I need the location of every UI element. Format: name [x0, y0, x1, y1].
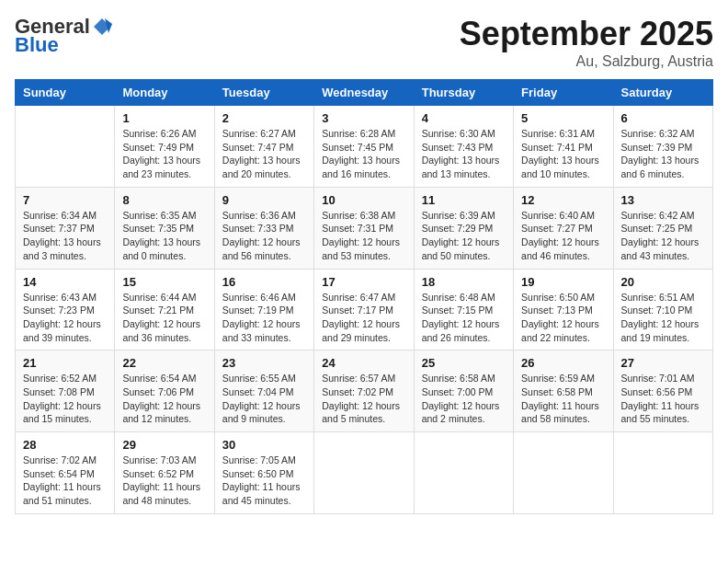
- day-number: 17: [322, 275, 405, 289]
- day-cell: [314, 432, 414, 514]
- location-subtitle: Au, Salzburg, Austria: [460, 53, 713, 70]
- day-number: 11: [422, 193, 506, 207]
- day-cell: 12Sunrise: 6:40 AMSunset: 7:27 PMDayligh…: [514, 187, 613, 269]
- logo-blue: Blue: [15, 33, 59, 57]
- weekday-header-monday: Monday: [115, 80, 214, 106]
- day-info: Sunrise: 6:36 AMSunset: 7:33 PMDaylight:…: [222, 209, 306, 263]
- day-cell: 24Sunrise: 6:57 AMSunset: 7:02 PMDayligh…: [314, 350, 414, 432]
- day-number: 8: [122, 193, 206, 207]
- day-number: 30: [222, 438, 306, 452]
- day-info: Sunrise: 6:27 AMSunset: 7:47 PMDaylight:…: [222, 127, 306, 181]
- week-row-4: 21Sunrise: 6:52 AMSunset: 7:08 PMDayligh…: [16, 350, 713, 432]
- day-number: 29: [122, 438, 206, 452]
- day-info: Sunrise: 6:34 AMSunset: 7:37 PMDaylight:…: [23, 209, 107, 263]
- day-cell: 18Sunrise: 6:48 AMSunset: 7:15 PMDayligh…: [414, 269, 513, 350]
- day-info: Sunrise: 6:42 AMSunset: 7:25 PMDaylight:…: [621, 209, 705, 263]
- day-cell: 4Sunrise: 6:30 AMSunset: 7:43 PMDaylight…: [414, 106, 513, 188]
- day-cell: 14Sunrise: 6:43 AMSunset: 7:23 PMDayligh…: [16, 269, 115, 350]
- weekday-header-row: SundayMondayTuesdayWednesdayThursdayFrid…: [16, 80, 713, 106]
- day-info: Sunrise: 7:03 AMSunset: 6:52 PMDaylight:…: [122, 454, 206, 508]
- day-info: Sunrise: 6:40 AMSunset: 7:27 PMDaylight:…: [521, 209, 605, 263]
- weekday-header-tuesday: Tuesday: [214, 80, 313, 106]
- day-info: Sunrise: 6:54 AMSunset: 7:06 PMDaylight:…: [122, 372, 206, 426]
- day-info: Sunrise: 7:02 AMSunset: 6:54 PMDaylight:…: [23, 454, 107, 508]
- day-info: Sunrise: 6:44 AMSunset: 7:21 PMDaylight:…: [122, 291, 206, 345]
- day-cell: 25Sunrise: 6:58 AMSunset: 7:00 PMDayligh…: [414, 350, 513, 432]
- day-info: Sunrise: 6:28 AMSunset: 7:45 PMDaylight:…: [322, 127, 405, 181]
- day-info: Sunrise: 6:30 AMSunset: 7:43 PMDaylight:…: [422, 127, 506, 181]
- day-number: 20: [621, 275, 705, 289]
- day-number: 18: [422, 275, 506, 289]
- day-cell: 5Sunrise: 6:31 AMSunset: 7:41 PMDaylight…: [514, 106, 613, 188]
- day-number: 28: [23, 438, 107, 452]
- weekday-header-sunday: Sunday: [16, 80, 115, 106]
- day-cell: 23Sunrise: 6:55 AMSunset: 7:04 PMDayligh…: [214, 350, 313, 432]
- day-cell: 9Sunrise: 6:36 AMSunset: 7:33 PMDaylight…: [214, 187, 313, 269]
- day-cell: 1Sunrise: 6:26 AMSunset: 7:49 PMDaylight…: [115, 106, 214, 188]
- day-info: Sunrise: 6:52 AMSunset: 7:08 PMDaylight:…: [23, 372, 107, 426]
- day-number: 27: [621, 356, 705, 370]
- month-title: September 2025: [460, 15, 713, 53]
- day-cell: 26Sunrise: 6:59 AMSunset: 6:58 PMDayligh…: [514, 350, 613, 432]
- day-number: 1: [122, 111, 206, 125]
- day-info: Sunrise: 6:48 AMSunset: 7:15 PMDaylight:…: [422, 291, 506, 345]
- day-number: 19: [521, 275, 605, 289]
- day-info: Sunrise: 6:43 AMSunset: 7:23 PMDaylight:…: [23, 291, 107, 345]
- day-cell: 28Sunrise: 7:02 AMSunset: 6:54 PMDayligh…: [16, 432, 115, 514]
- week-row-2: 7Sunrise: 6:34 AMSunset: 7:37 PMDaylight…: [16, 187, 713, 269]
- day-info: Sunrise: 6:35 AMSunset: 7:35 PMDaylight:…: [122, 209, 206, 263]
- day-cell: 29Sunrise: 7:03 AMSunset: 6:52 PMDayligh…: [115, 432, 214, 514]
- day-cell: 2Sunrise: 6:27 AMSunset: 7:47 PMDaylight…: [214, 106, 313, 188]
- day-info: Sunrise: 6:58 AMSunset: 7:00 PMDaylight:…: [422, 372, 506, 426]
- day-cell: [16, 106, 115, 188]
- day-number: 14: [23, 275, 107, 289]
- day-number: 6: [621, 111, 705, 125]
- day-cell: 10Sunrise: 6:38 AMSunset: 7:31 PMDayligh…: [314, 187, 414, 269]
- day-info: Sunrise: 6:47 AMSunset: 7:17 PMDaylight:…: [322, 291, 405, 345]
- day-cell: 13Sunrise: 6:42 AMSunset: 7:25 PMDayligh…: [613, 187, 712, 269]
- day-number: 2: [222, 111, 306, 125]
- day-info: Sunrise: 6:26 AMSunset: 7:49 PMDaylight:…: [122, 127, 206, 181]
- day-number: 22: [122, 356, 206, 370]
- day-cell: 8Sunrise: 6:35 AMSunset: 7:35 PMDaylight…: [115, 187, 214, 269]
- day-cell: 20Sunrise: 6:51 AMSunset: 7:10 PMDayligh…: [613, 269, 712, 350]
- day-number: 26: [521, 356, 605, 370]
- day-cell: 21Sunrise: 6:52 AMSunset: 7:08 PMDayligh…: [16, 350, 115, 432]
- day-info: Sunrise: 6:38 AMSunset: 7:31 PMDaylight:…: [322, 209, 405, 263]
- title-section: September 2025 Au, Salzburg, Austria: [460, 15, 713, 70]
- day-cell: 3Sunrise: 6:28 AMSunset: 7:45 PMDaylight…: [314, 106, 414, 188]
- day-cell: 30Sunrise: 7:05 AMSunset: 6:50 PMDayligh…: [214, 432, 313, 514]
- day-number: 21: [23, 356, 107, 370]
- day-number: 15: [122, 275, 206, 289]
- header: General Blue September 2025 Au, Salzburg…: [15, 15, 713, 70]
- day-info: Sunrise: 7:01 AMSunset: 6:56 PMDaylight:…: [621, 372, 705, 426]
- day-info: Sunrise: 6:55 AMSunset: 7:04 PMDaylight:…: [222, 372, 306, 426]
- day-number: 13: [621, 193, 705, 207]
- day-cell: 17Sunrise: 6:47 AMSunset: 7:17 PMDayligh…: [314, 269, 414, 350]
- day-info: Sunrise: 6:59 AMSunset: 6:58 PMDaylight:…: [521, 372, 605, 426]
- calendar-table: SundayMondayTuesdayWednesdayThursdayFrid…: [15, 79, 713, 514]
- day-cell: 16Sunrise: 6:46 AMSunset: 7:19 PMDayligh…: [214, 269, 313, 350]
- day-cell: [514, 432, 613, 514]
- weekday-header-wednesday: Wednesday: [314, 80, 414, 106]
- day-cell: 15Sunrise: 6:44 AMSunset: 7:21 PMDayligh…: [115, 269, 214, 350]
- day-info: Sunrise: 6:31 AMSunset: 7:41 PMDaylight:…: [521, 127, 605, 181]
- day-info: Sunrise: 6:39 AMSunset: 7:29 PMDaylight:…: [422, 209, 506, 263]
- day-info: Sunrise: 6:32 AMSunset: 7:39 PMDaylight:…: [621, 127, 705, 181]
- day-number: 25: [422, 356, 506, 370]
- day-number: 23: [222, 356, 306, 370]
- week-row-1: 1Sunrise: 6:26 AMSunset: 7:49 PMDaylight…: [16, 106, 713, 188]
- day-cell: 11Sunrise: 6:39 AMSunset: 7:29 PMDayligh…: [414, 187, 513, 269]
- weekday-header-thursday: Thursday: [414, 80, 513, 106]
- day-number: 4: [422, 111, 506, 125]
- day-number: 10: [322, 193, 405, 207]
- week-row-3: 14Sunrise: 6:43 AMSunset: 7:23 PMDayligh…: [16, 269, 713, 350]
- weekday-header-saturday: Saturday: [613, 80, 712, 106]
- day-cell: 27Sunrise: 7:01 AMSunset: 6:56 PMDayligh…: [613, 350, 712, 432]
- day-info: Sunrise: 6:51 AMSunset: 7:10 PMDaylight:…: [621, 291, 705, 345]
- week-row-5: 28Sunrise: 7:02 AMSunset: 6:54 PMDayligh…: [16, 432, 713, 514]
- day-number: 24: [322, 356, 405, 370]
- day-info: Sunrise: 7:05 AMSunset: 6:50 PMDaylight:…: [222, 454, 306, 508]
- day-number: 7: [23, 193, 107, 207]
- day-cell: 22Sunrise: 6:54 AMSunset: 7:06 PMDayligh…: [115, 350, 214, 432]
